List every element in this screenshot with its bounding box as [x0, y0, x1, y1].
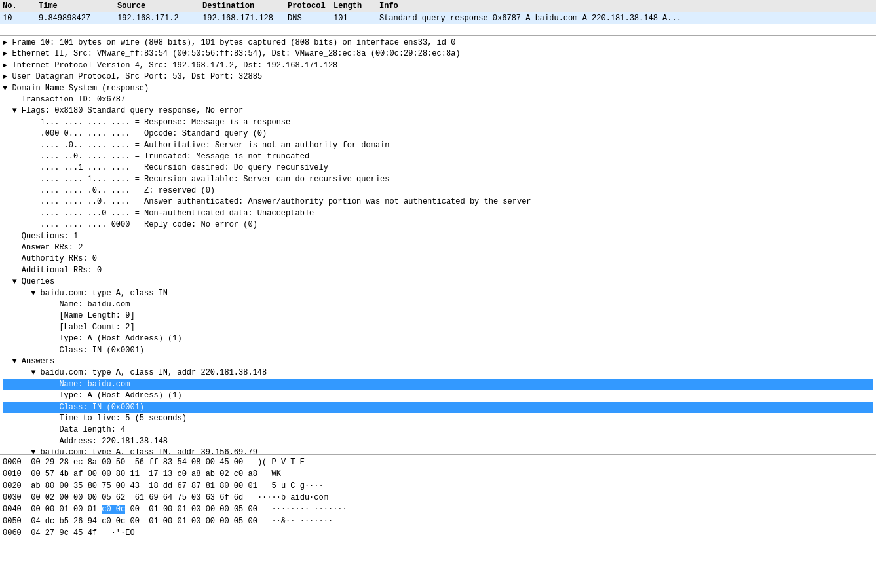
hex-ascii: WK — [271, 469, 280, 479]
hex-line-1[interactable]: 0010 00 57 4b af 00 00 80 11 17 13 c0 a8… — [3, 468, 873, 480]
detail-line-ans2_root[interactable]: ▼ baidu.com: type A, class IN, addr 39.1… — [3, 447, 873, 455]
hex-line-5[interactable]: 0050 04 dc b5 26 94 c0 0c 00 01 00 01 00… — [3, 515, 873, 527]
packet-destination: 192.168.171.128 — [202, 14, 288, 23]
detail-line-ans1_datalen[interactable]: Data length: 4 — [3, 424, 873, 435]
detail-line-flags_7[interactable]: .... .... .0.. .... = Z: reserved (0) — [3, 185, 873, 196]
packet-time: 9.849898427 — [39, 14, 117, 23]
detail-line-flags_root[interactable]: ▼ Flags: 0x8180 Standard query response,… — [3, 105, 873, 117]
header-destination: Destination — [202, 1, 288, 10]
hex-bytes: 00 29 28 ec 8a 00 50 56 ff 83 54 08 00 4… — [31, 458, 243, 467]
hex-offset: 0030 — [3, 493, 31, 502]
packet-list-header: No. Time Source Destination Protocol Len… — [0, 0, 876, 12]
hex-bytes: 00 57 4b af 00 00 80 11 17 13 c0 a8 ab 0… — [31, 469, 257, 479]
packet-protocol: DNS — [288, 14, 333, 23]
detail-line-frame[interactable]: ▶ Frame 10: 101 bytes on wire (808 bits)… — [3, 37, 873, 48]
detail-line-flags_9[interactable]: .... .... ...0 .... = Non-authenticated … — [3, 208, 873, 219]
detail-line-queries_root[interactable]: ▼ Queries — [3, 276, 873, 287]
hex-line-6[interactable]: 0060 04 27 9c 45 4f ·'·EO — [3, 527, 873, 539]
detail-line-questions[interactable]: Questions: 1 — [3, 231, 873, 242]
hex-bytes: 00 02 00 00 00 05 62 61 69 64 75 03 63 6… — [31, 493, 243, 502]
hex-offset: 0020 — [3, 481, 31, 490]
hex-ascii: )( P V T E — [257, 458, 305, 467]
detail-line-answer_rrs[interactable]: Answer RRs: 2 — [3, 242, 873, 253]
hex-bytes-before: 00 00 01 00 01 — [31, 505, 102, 514]
detail-line-ans1_root[interactable]: ▼ baidu.com: type A, class IN, addr 220.… — [3, 367, 873, 378]
detail-line-flags_1[interactable]: 1... .... .... .... = Response: Message … — [3, 117, 873, 128]
hex-bytes-after: 00 01 00 01 00 00 00 05 00 — [125, 505, 257, 514]
header-no: No. — [3, 1, 39, 10]
detail-line-dns[interactable]: ▼ Domain Name System (response) — [3, 83, 873, 94]
hex-bytes: 04 27 9c 45 4f — [31, 528, 97, 538]
detail-line-query_name[interactable]: Name: baidu.com — [3, 299, 873, 310]
hex-ascii: 5 u C g···· — [271, 481, 323, 490]
detail-line-query_baidu[interactable]: ▼ baidu.com: type A, class IN — [3, 288, 873, 299]
detail-line-query_name_len[interactable]: [Name Length: 9] — [3, 310, 873, 322]
hex-bytes: ab 80 00 35 80 75 00 43 18 dd 67 87 81 8… — [31, 481, 257, 490]
packet-info: Standard query response 0x6787 A baidu.c… — [379, 14, 873, 23]
detail-line-auth_rrs[interactable]: Authority RRs: 0 — [3, 253, 873, 265]
detail-line-udp[interactable]: ▶ User Datagram Protocol, Src Port: 53, … — [3, 71, 873, 83]
detail-line-additional_rrs[interactable]: Additional RRs: 0 — [3, 265, 873, 276]
hex-offset: 0000 — [3, 458, 31, 467]
detail-line-ans1_class[interactable]: Class: IN (0x0001) — [3, 402, 873, 413]
hex-offset: 0050 — [3, 517, 31, 526]
header-length: Length — [333, 1, 379, 10]
detail-line-query_type[interactable]: Type: A (Host Address) (1) — [3, 333, 873, 344]
packet-list-pane: No. Time Source Destination Protocol Len… — [0, 0, 876, 36]
detail-line-ans1_ttl[interactable]: Time to live: 5 (5 seconds) — [3, 413, 873, 424]
hex-line-2[interactable]: 0020 ab 80 00 35 80 75 00 43 18 dd 67 87… — [3, 480, 873, 492]
hex-line-3[interactable]: 0030 00 02 00 00 00 05 62 61 69 64 75 03… — [3, 492, 873, 504]
header-source: Source — [117, 1, 202, 10]
detail-line-query_class[interactable]: Class: IN (0x0001) — [3, 345, 873, 356]
detail-line-ip[interactable]: ▶ Internet Protocol Version 4, Src: 192.… — [3, 60, 873, 71]
detail-line-flags_4[interactable]: .... ..0. .... .... = Truncated: Message… — [3, 151, 873, 162]
packet-length: 101 — [333, 14, 379, 23]
detail-line-flags_2[interactable]: .000 0... .... .... = Opcode: Standard q… — [3, 128, 873, 139]
hex-dump-pane[interactable]: 0000 00 29 28 ec 8a 00 50 56 ff 83 54 08… — [0, 455, 876, 586]
header-info: Info — [379, 1, 873, 10]
packet-detail-pane[interactable]: ▶ Frame 10: 101 bytes on wire (808 bits)… — [0, 36, 876, 455]
header-time: Time — [39, 1, 117, 10]
hex-ascii: ·'·EO — [111, 528, 135, 538]
detail-line-flags_10[interactable]: .... .... .... 0000 = Reply code: No err… — [3, 219, 873, 230]
detail-line-flags_3[interactable]: .... .0.. .... .... = Authoritative: Ser… — [3, 140, 873, 151]
detail-line-ans1_addr[interactable]: Address: 220.181.38.148 — [3, 436, 873, 447]
packet-no: 10 — [3, 14, 39, 23]
hex-ascii: ·····b aidu·com — [257, 493, 328, 502]
detail-line-answers_root[interactable]: ▼ Answers — [3, 356, 873, 367]
header-protocol: Protocol — [288, 1, 333, 10]
detail-line-ans1_type[interactable]: Type: A (Host Address) (1) — [3, 390, 873, 401]
detail-line-query_label_count[interactable]: [Label Count: 2] — [3, 322, 873, 333]
detail-line-flags_8[interactable]: .... .... ..0. .... = Answer authenticat… — [3, 196, 873, 208]
detail-line-txid[interactable]: Transaction ID: 0x6787 — [3, 94, 873, 105]
packet-source: 192.168.171.2 — [117, 14, 202, 23]
hex-offset: 0010 — [3, 469, 31, 479]
hex-bytes: 04 dc b5 26 94 c0 0c 00 01 00 01 00 00 0… — [31, 517, 257, 526]
detail-line-flags_6[interactable]: .... .... 1... .... = Recursion availabl… — [3, 174, 873, 185]
hex-bytes-highlighted: c0 0c — [102, 505, 125, 514]
packet-row[interactable]: 10 9.849898427 192.168.171.2 192.168.171… — [0, 12, 876, 24]
detail-line-ans1_name[interactable]: Name: baidu.com — [3, 379, 873, 390]
detail-line-eth[interactable]: ▶ Ethernet II, Src: VMware_ff:83:54 (00:… — [3, 48, 873, 60]
hex-line-4[interactable]: 0040 00 00 01 00 01 c0 0c 00 01 00 01 00… — [3, 504, 873, 515]
hex-line-0[interactable]: 0000 00 29 28 ec 8a 00 50 56 ff 83 54 08… — [3, 456, 873, 468]
hex-ascii: ········ ······· — [272, 505, 347, 514]
detail-line-flags_5[interactable]: .... ...1 .... .... = Recursion desired:… — [3, 162, 873, 174]
hex-offset: 0040 — [3, 505, 31, 514]
hex-offset: 0060 — [3, 528, 31, 538]
hex-ascii: ··&·· ······· — [271, 517, 333, 526]
